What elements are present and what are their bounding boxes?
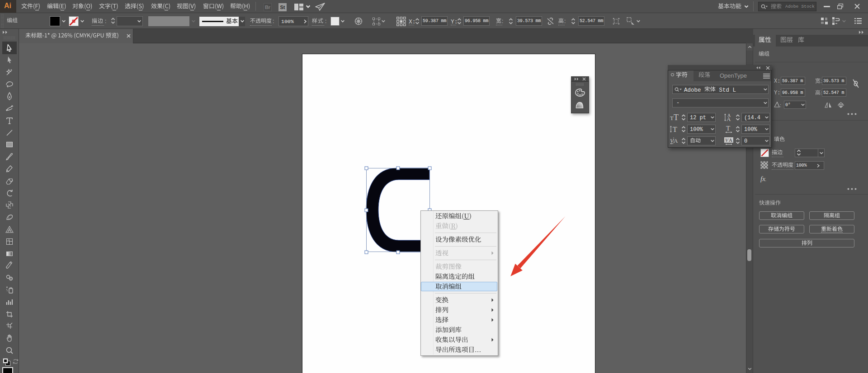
- svg-text:T: T: [670, 115, 674, 121]
- svg-text:A: A: [729, 137, 732, 143]
- svg-text:T: T: [674, 113, 679, 122]
- svg-text:T: T: [726, 125, 730, 132]
- svg-text:A: A: [726, 116, 731, 122]
- svg-text:A: A: [674, 137, 678, 144]
- svg-text:T: T: [673, 126, 677, 133]
